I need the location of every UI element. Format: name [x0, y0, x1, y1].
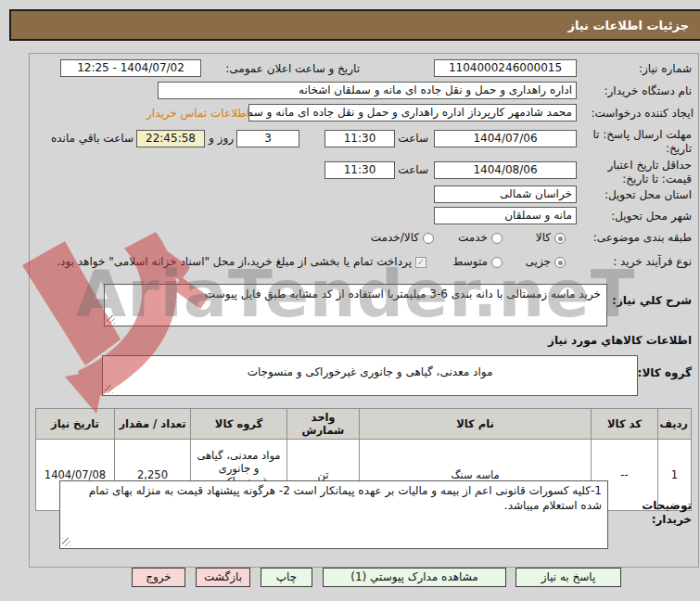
- view-attachments-button[interactable]: مشاهده مدارک پیوستي (1): [323, 568, 506, 587]
- need-description-textarea[interactable]: خرید ماسه زمستالی با دانه بندی 6-3 میلیم…: [104, 284, 607, 326]
- remaining-days-field[interactable]: 3: [236, 130, 299, 147]
- col-item-name: نام کالا: [360, 409, 592, 440]
- radio-minor[interactable]: [554, 257, 566, 268]
- radio-medium-label: متوسط: [443, 255, 488, 269]
- need-number-label: شماره نیاز:: [575, 62, 692, 76]
- col-need-date: تاریخ نیاز: [36, 409, 115, 440]
- delivery-province-field[interactable]: خراسان شمالی: [434, 185, 577, 203]
- radio-goods-service-label: کالا/خدمت: [363, 231, 419, 245]
- need-number-field[interactable]: 1104000246000015: [434, 59, 577, 77]
- buyer-contact-link[interactable]: اطلاعات تماس خریدار: [146, 107, 249, 120]
- reply-deadline-date-field[interactable]: 1404/07/06: [434, 130, 577, 147]
- page-title: جزئیات اطلاعات نیاز: [567, 19, 689, 32]
- treasury-docs-checkbox[interactable]: ✓: [415, 257, 426, 268]
- goods-group-textarea[interactable]: مواد معدنی، گیاهی و جانوری غیرخوراکی و م…: [102, 355, 638, 396]
- page-header-bar: جزئیات اطلاعات نیاز: [9, 9, 700, 41]
- col-quantity: تعداد / مقدار: [115, 409, 191, 440]
- buyer-org-field[interactable]: اداره راهداری و حمل و نقل جاده ای مانه و…: [158, 82, 577, 99]
- radio-goods-service[interactable]: [423, 233, 434, 244]
- buyer-org-label: نام دستگاه خریدار:: [575, 84, 692, 98]
- col-unit: واحد شمارش: [287, 409, 360, 440]
- delivery-city-label: شهر محل تحویل:: [580, 210, 692, 224]
- remaining-suffix-label: ساعت باقي مانده: [43, 132, 134, 146]
- goods-table-header-row: ردیف کد کالا نام کالا واحد شمارش گروه کا…: [36, 409, 692, 440]
- goods-info-section-title: اطلاعات کالاهاي مورد نیاز: [536, 334, 692, 348]
- request-creator-field[interactable]: محمد شادمهر کارپرداز اداره راهداری و حمل…: [248, 104, 577, 121]
- remaining-time-countdown: 22:45:58: [136, 130, 205, 147]
- delivery-city-field[interactable]: مانه و سملقان: [434, 207, 577, 224]
- radio-goods[interactable]: [554, 233, 566, 244]
- price-validity-date-field[interactable]: 1404/08/06: [434, 161, 577, 179]
- radio-service[interactable]: [491, 233, 503, 244]
- reply-to-need-button[interactable]: پاسخ به نیاز: [515, 568, 621, 587]
- radio-service-label: خدمت: [452, 231, 488, 245]
- need-description-label: شرح کلي نیاز:: [610, 294, 692, 308]
- days-conjunction-label: روز و: [204, 132, 234, 146]
- reply-deadline-hour-label: ساعت: [395, 132, 428, 146]
- buyer-notes-textarea[interactable]: 1-کلیه کسورات قانونی اعم از بیمه و مالیا…: [59, 480, 608, 549]
- reply-deadline-label: مهلت ارسال پاسخ: تا تاریخ:: [577, 128, 692, 156]
- delivery-province-label: استان محل تحویل:: [580, 188, 692, 202]
- treasury-docs-label: پرداخت تمام یا بخشی از مبلغ خرید،از محل …: [48, 255, 412, 269]
- need-details-page: جزئیات اطلاعات نیاز شماره نیاز: 11040002…: [0, 0, 700, 601]
- price-validity-hour-label: ساعت: [395, 163, 428, 177]
- goods-group-label: گروه کالا:: [636, 366, 692, 380]
- reply-deadline-time-field[interactable]: 11:30: [325, 130, 395, 147]
- col-item-group: گروه کالا: [191, 409, 287, 440]
- radio-goods-label: کالا: [521, 231, 551, 245]
- col-row-number: ردیف: [658, 409, 692, 440]
- print-button[interactable]: چاپ: [261, 568, 312, 587]
- col-item-code: کد کالا: [592, 409, 658, 440]
- radio-medium[interactable]: [491, 257, 503, 268]
- price-validity-label: حداقل تاریخ اعتبار قیمت: تا تاریخ:: [582, 159, 692, 186]
- back-button[interactable]: بازگشت: [196, 568, 250, 587]
- announce-datetime-field[interactable]: 1404/07/02 - 12:25: [60, 59, 201, 77]
- subject-class-label: طبقه بندی موضوعی:: [566, 231, 692, 245]
- announce-datetime-label: تاریخ و ساعت اعلان عمومی:: [204, 62, 360, 76]
- exit-button[interactable]: خروج: [132, 568, 185, 587]
- price-validity-time-field[interactable]: 11:30: [325, 161, 395, 179]
- radio-minor-label: جزیی: [523, 255, 551, 269]
- request-creator-label: ایجاد کننده درخواست:: [571, 107, 694, 121]
- purchase-process-label: نوع فرآیند خرید :: [571, 255, 692, 269]
- buyer-notes-label: توضیحات خریدار:: [610, 499, 692, 527]
